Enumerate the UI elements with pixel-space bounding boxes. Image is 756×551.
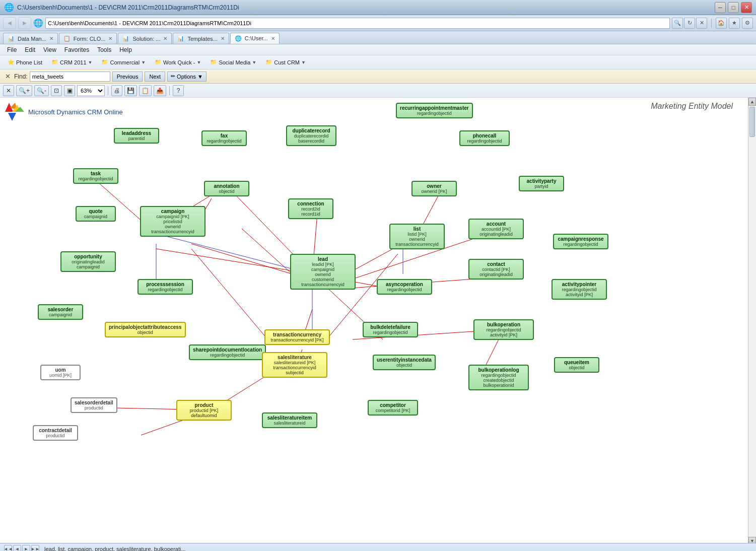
tab-form-close[interactable]: ✕: [108, 36, 112, 41]
status-nav-last[interactable]: ►►: [31, 545, 39, 552]
close-button[interactable]: ✕: [741, 2, 752, 13]
menu-edit[interactable]: Edit: [21, 45, 39, 54]
entity-salesliteratureitem[interactable]: salesliteratureitem salesliteratureid: [262, 412, 317, 428]
entity-bulkoperation[interactable]: bulkoperation regardingobjectid activity…: [473, 319, 534, 340]
entity-asyncoperation[interactable]: asyncoperation regardingobjectid: [377, 279, 432, 295]
tab-solution-close[interactable]: ✕: [163, 36, 167, 41]
tab-data-man-close[interactable]: ✕: [49, 36, 53, 41]
stop-button[interactable]: ✕: [696, 18, 707, 29]
status-nav-next[interactable]: ►: [22, 545, 30, 552]
tool-zoom-in[interactable]: 🔍+: [16, 85, 32, 96]
status-nav-prev[interactable]: ◄: [13, 545, 21, 552]
tool-help[interactable]: ?: [173, 85, 184, 96]
entity-activitypointer[interactable]: activitypointer regardingobjectid activi…: [552, 279, 607, 300]
maximize-button[interactable]: □: [728, 2, 739, 13]
entity-phonecall[interactable]: phonecall regardingobjectid: [459, 130, 510, 146]
tab-form[interactable]: 📋 Form: CLO... ✕: [59, 33, 117, 44]
entity-campaignresponse[interactable]: campaignresponse regardingobjectid: [553, 234, 608, 249]
scroll-thumb-v[interactable]: [749, 107, 755, 137]
entity-recurringappointmentmaster[interactable]: recurringappointmentmaster regardingobje…: [396, 103, 473, 118]
menu-help[interactable]: Help: [115, 45, 136, 54]
fav-item-phone-list[interactable]: ⭐ Phone List: [4, 57, 46, 67]
tool-pointer[interactable]: ✕: [3, 85, 14, 96]
menu-tools[interactable]: Tools: [93, 45, 115, 54]
entity-salesorderdetail[interactable]: salesorderdetail productid: [71, 397, 117, 413]
tool-actual[interactable]: ▣: [64, 85, 75, 96]
entity-processsession[interactable]: processsession regardingobjectid: [138, 279, 193, 295]
entity-leadaddress[interactable]: leadaddress parentid: [114, 128, 159, 144]
find-prev-button[interactable]: Previous: [112, 72, 143, 82]
zoom-select[interactable]: 25% 50% 63% 75% 100%: [77, 85, 105, 96]
entity-activityparty[interactable]: activityparty partyid: [519, 176, 564, 191]
entity-fax[interactable]: fax regardingobjectid: [201, 130, 247, 146]
fav-item-cust-crm[interactable]: 📁 Cust CRM ▼: [262, 57, 309, 67]
find-close-button[interactable]: ✕: [3, 72, 12, 81]
status-nav-first[interactable]: ◄◄: [4, 545, 12, 552]
entity-owner[interactable]: owner ownerid [PK]: [411, 181, 457, 196]
entity-lead[interactable]: lead leadid [PK] campaignid ownerid cust…: [290, 254, 356, 290]
tool-fit[interactable]: ⊡: [51, 85, 62, 96]
forward-button[interactable]: ►: [18, 17, 31, 29]
entity-principalobjectattributeaccess[interactable]: principalobjectattributeaccess objectid: [105, 322, 186, 337]
entity-salesorder[interactable]: salesorder campaignid: [38, 304, 83, 320]
fav-social-media-icon: 📁: [210, 59, 217, 65]
menu-view[interactable]: View: [39, 45, 60, 54]
scroll-up-button[interactable]: ▲: [748, 98, 756, 106]
diagram-area[interactable]: Microsoft Dynamics CRM Online Marketing …: [0, 98, 748, 551]
entity-contractdetail[interactable]: contractdetail productid: [33, 425, 78, 441]
refresh-button[interactable]: ↻: [684, 18, 695, 29]
tab-data-man[interactable]: 📊 Data Man... ✕: [3, 33, 58, 44]
entity-duplicaterecord[interactable]: duplicaterecord duplicaterecordid basere…: [286, 125, 336, 146]
tab-settings-icon[interactable]: ⚙: [742, 18, 753, 29]
address-input[interactable]: [45, 18, 670, 29]
fav-item-commercial[interactable]: 📁 Commercial ▼: [98, 57, 149, 67]
entity-opportunity[interactable]: opportunity originatingleadid campaignid: [60, 251, 116, 272]
entity-campaign[interactable]: campaign campaignid [PK] pricelistid own…: [140, 206, 205, 237]
entity-salesliterature[interactable]: salesliterature salesliteratureid [PK] t…: [262, 352, 327, 378]
minimize-button[interactable]: ─: [715, 2, 726, 13]
tab-current-close[interactable]: ✕: [271, 36, 275, 41]
entity-connection[interactable]: connection record2id record1id: [288, 198, 333, 219]
entity-uom[interactable]: uom uomid [PK]: [40, 365, 81, 380]
tool-zoom-out[interactable]: 🔍-: [34, 85, 49, 96]
fav-item-social-media[interactable]: 📁 Social Media ▼: [207, 57, 260, 67]
entity-list[interactable]: list listid [PK] ownerid transactioncurr…: [389, 224, 445, 249]
tab-templates-close[interactable]: ✕: [221, 36, 225, 41]
tab-favorites-icon[interactable]: ★: [729, 18, 740, 29]
entity-userentityinstancedata[interactable]: userentityinstancedata objectid: [373, 355, 436, 370]
entity-contact[interactable]: contact contactid [PK] originatingleadid: [468, 259, 524, 280]
entity-account[interactable]: account accountid [PK] originatingleadid: [468, 219, 524, 239]
back-button[interactable]: ◄: [3, 17, 16, 29]
entity-bulkoperationlog[interactable]: bulkoperationlog regardingobjectid creat…: [468, 365, 529, 390]
entity-queueitem[interactable]: queueitem objectid: [554, 357, 599, 373]
status-text: lead, list, campaign, product, saleslite…: [44, 546, 186, 552]
fav-item-crm2011[interactable]: 📁 CRM 2011 ▼: [48, 57, 96, 67]
search-icon[interactable]: 🔍: [672, 18, 683, 29]
tab-current[interactable]: 🌐 C:\User... ✕: [230, 33, 280, 44]
tool-print[interactable]: 🖨: [111, 85, 122, 96]
fav-crm2011-icon: 📁: [51, 59, 58, 65]
scrollbar-vertical[interactable]: ▲ ▼: [748, 98, 756, 545]
find-input[interactable]: [30, 72, 110, 82]
menu-favorites[interactable]: Favorites: [60, 45, 93, 54]
tab-solution[interactable]: 📊 Solution: ... ✕: [118, 33, 172, 44]
entity-bulkdeletefailure[interactable]: bulkdeletefailure regardingobjectid: [363, 322, 418, 337]
tool-export[interactable]: 📤: [154, 85, 166, 96]
tab-home-icon[interactable]: 🏠: [716, 18, 727, 29]
address-bar: ◄ ► 🌐 🔍 ↻ ✕ 🏠 ★ ⚙: [0, 15, 756, 31]
entity-task[interactable]: task regardingobjectid: [73, 168, 118, 184]
tool-copy[interactable]: 📋: [139, 85, 152, 96]
entity-transactioncurrency[interactable]: transactioncurrency transactioncurrencyi…: [264, 329, 330, 345]
tab-templates[interactable]: 📊 Templates... ✕: [173, 33, 229, 44]
find-next-button[interactable]: Next: [145, 72, 165, 82]
fav-item-work-quick[interactable]: 📁 Work Quick - ▼: [151, 57, 204, 67]
find-options-button[interactable]: ✏ Options ▼: [167, 72, 207, 82]
entity-competitor[interactable]: competitor competitorid [PK]: [368, 400, 418, 416]
entity-quote[interactable]: quote campaignid: [76, 206, 116, 222]
diagram-title: Marketing Entity Model: [651, 102, 733, 111]
tool-save[interactable]: 💾: [124, 85, 137, 96]
entity-product[interactable]: product productid [PK] defaultuomid: [176, 400, 232, 421]
entity-annotation[interactable]: annotation objectid: [204, 181, 249, 196]
entity-sharepointdocumentlocation[interactable]: sharepointdocumentlocation regardingobje…: [189, 345, 266, 360]
menu-file[interactable]: File: [3, 45, 21, 54]
